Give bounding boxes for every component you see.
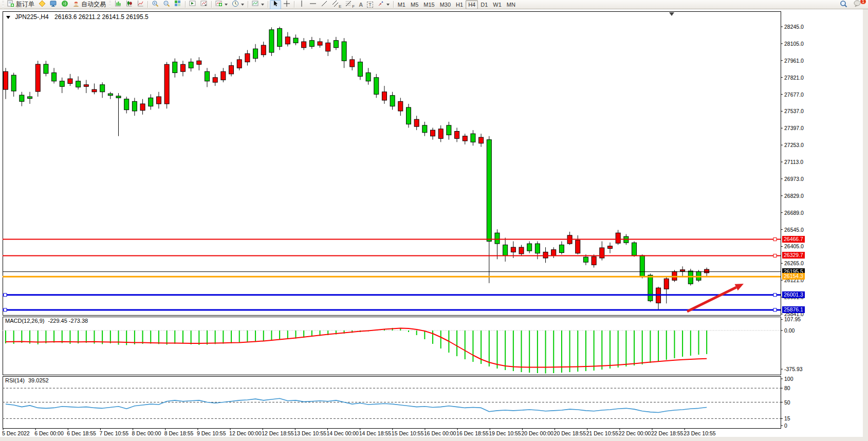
metaeditor-button[interactable] — [36, 0, 48, 9]
window-bottom-edge — [0, 437, 868, 441]
vertical-line-icon — [298, 0, 305, 9]
ohlc-values: 26163.6 26211.2 26141.5 26195.5 — [54, 13, 149, 21]
zoom-out-button[interactable] — [161, 0, 172, 9]
candle — [632, 241, 637, 256]
search-button[interactable] — [838, 0, 849, 9]
line-handle[interactable] — [773, 254, 777, 257]
line-handle[interactable] — [773, 308, 777, 311]
line-handle[interactable] — [773, 293, 777, 297]
timeframe-button-M15[interactable]: M15 — [421, 0, 437, 9]
chart-shift-icon — [200, 0, 208, 9]
crosshair-tool-button[interactable] — [281, 0, 292, 9]
new-order-button[interactable]: 新订单 — [5, 0, 36, 9]
line-handle[interactable] — [4, 293, 7, 297]
chevron-down-icon — [241, 4, 244, 6]
zoom-in-button[interactable] — [150, 0, 161, 9]
line-handle[interactable] — [4, 308, 7, 311]
chevron-down-icon — [225, 4, 228, 6]
symbol-dropdown-icon[interactable] — [6, 16, 10, 19]
autotrading-label: 自动交易 — [81, 0, 106, 9]
arrows-icon — [377, 0, 384, 9]
signals-icon — [61, 0, 68, 9]
timeframe-toolbar: M1M5M15M30H1H4D1W1MN — [395, 0, 518, 9]
search-icon — [840, 0, 847, 9]
autotrading-button[interactable]: 自动交易 — [70, 0, 108, 9]
templates-button[interactable] — [250, 0, 266, 9]
rsi-name: RSI(14) — [5, 377, 25, 383]
terminal-icon — [50, 0, 57, 9]
channel-letter: E — [339, 4, 341, 9]
label-tool-icon: T — [367, 2, 373, 8]
timeframe-button-M1[interactable]: M1 — [395, 0, 408, 9]
new-order-icon — [7, 0, 14, 9]
chart-shift-button[interactable] — [198, 0, 210, 9]
window-right-edge[interactable] — [863, 9, 868, 441]
tile-windows-icon — [174, 0, 181, 9]
notifications-button[interactable]: 1 — [852, 0, 864, 9]
text-tool-button[interactable]: A — [357, 0, 365, 9]
candle — [648, 273, 653, 302]
mt4-window: 新订单 自动交易 E F A T — [0, 0, 868, 441]
macd-values: -229.45 -273.38 — [48, 318, 88, 324]
signals-button[interactable] — [59, 0, 70, 9]
timeframe-button-MN[interactable]: MN — [504, 0, 518, 9]
main-toolbar: 新订单 自动交易 E F A T — [0, 0, 868, 9]
chart-header: JPN225-,H4 26163.6 26211.2 26141.5 26195… — [6, 13, 149, 21]
fibonacci-tool-button[interactable]: F — [343, 0, 357, 9]
candle — [269, 27, 274, 56]
line-chart-button[interactable] — [135, 0, 146, 9]
toolbar-grip[interactable] — [109, 1, 111, 8]
candle — [278, 27, 282, 50]
timeframe-button-M5[interactable]: M5 — [408, 0, 421, 9]
timeframe-button-M30[interactable]: M30 — [437, 0, 453, 9]
bar-chart-icon — [114, 0, 121, 9]
candle — [407, 104, 411, 128]
timeframe-button-W1[interactable]: W1 — [490, 0, 504, 9]
bar-chart-button[interactable] — [112, 0, 123, 9]
toolbar-grip[interactable] — [2, 1, 4, 8]
auto-scroll-button[interactable] — [187, 0, 198, 9]
line-handle[interactable] — [773, 238, 777, 241]
candlestick-chart-icon — [125, 0, 133, 9]
trendline-tool-button[interactable] — [319, 0, 330, 9]
candle — [374, 74, 379, 98]
cursor-tool-button[interactable] — [270, 0, 281, 9]
terminal-button[interactable] — [48, 0, 59, 9]
vertical-line-tool-button[interactable] — [296, 0, 307, 9]
channel-icon — [332, 0, 338, 9]
chart-window[interactable]: 28245.028105.027961.027821.027677.027537… — [0, 9, 868, 441]
horizontal-line-icon — [309, 0, 317, 9]
arrows-tool-button[interactable] — [375, 0, 392, 9]
macd-name: MACD(12,26,9) — [5, 318, 44, 324]
label-tool-button[interactable]: T — [365, 0, 375, 9]
rsi-indicator-label: RSI(14) 39.0252 — [5, 377, 49, 383]
trendline-icon — [321, 0, 328, 9]
chevron-down-icon — [261, 4, 264, 6]
horizontal-line-tool-button[interactable] — [307, 0, 319, 9]
zoom-out-icon — [163, 0, 170, 9]
chevron-down-icon — [386, 4, 390, 6]
new-order-label: 新订单 — [16, 0, 34, 9]
candle — [35, 61, 40, 97]
candlestick-chart-button[interactable] — [123, 0, 135, 9]
tile-windows-button[interactable] — [172, 0, 183, 9]
text-tool-icon: A — [359, 2, 363, 8]
line-chart-icon — [137, 0, 144, 9]
timeframe-button-D1[interactable]: D1 — [478, 0, 490, 9]
templates-icon — [252, 0, 259, 9]
channel-tool-button[interactable]: E — [330, 0, 343, 9]
rsi-value: 39.0252 — [28, 377, 49, 383]
chart-canvas[interactable] — [0, 9, 868, 441]
candle — [164, 62, 169, 109]
symbol-period-label: JPN225-,H4 — [15, 13, 48, 21]
candle — [640, 254, 644, 279]
timeframe-button-H1[interactable]: H1 — [453, 0, 466, 9]
fibonacci-letter: F — [352, 4, 355, 9]
periods-button[interactable] — [230, 0, 246, 9]
indicators-button[interactable] — [213, 0, 230, 9]
autotrading-icon — [72, 0, 80, 9]
clock-icon — [232, 0, 239, 9]
fibonacci-icon — [345, 0, 352, 9]
timeframe-button-H4[interactable]: H4 — [466, 0, 478, 9]
auto-scroll-icon — [189, 0, 196, 9]
